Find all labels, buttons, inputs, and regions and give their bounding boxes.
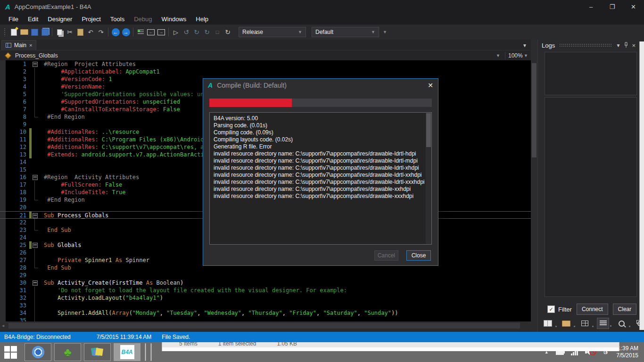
compile-log-scrollbar[interactable] xyxy=(426,113,431,244)
previous-module-icon[interactable]: ← xyxy=(146,27,156,37)
connect-button[interactable]: Connect xyxy=(577,304,608,315)
fold-gutter xyxy=(32,136,39,143)
code-text: Sub Globals xyxy=(39,241,81,249)
explorer-window-edge xyxy=(162,347,619,351)
maximize-button[interactable]: ❐ xyxy=(602,0,623,13)
taskbar-app-designer[interactable] xyxy=(84,343,111,361)
pin-icon[interactable] xyxy=(624,42,628,49)
fold-gutter xyxy=(32,226,39,234)
resume-icon[interactable]: ↻ xyxy=(202,27,212,37)
fold-toggle-icon[interactable] xyxy=(33,62,38,67)
clear-button[interactable]: Clear xyxy=(613,304,637,315)
filter-checkbox[interactable]: ✓ xyxy=(547,305,555,313)
modules-icon[interactable] xyxy=(578,318,591,329)
navigate-forward-icon[interactable]: → xyxy=(121,27,131,37)
windows-logo-icon xyxy=(4,346,17,359)
menu-help[interactable]: Help xyxy=(191,16,213,23)
libraries-icon[interactable] xyxy=(542,318,554,329)
token-id: , xyxy=(160,310,166,316)
panel-close-icon[interactable]: × xyxy=(632,42,636,49)
compile-progress-fill xyxy=(209,99,292,107)
close-button[interactable]: ✕ xyxy=(623,0,644,13)
search-icon[interactable] xyxy=(634,318,639,329)
horizontal-scroll-thumb[interactable] xyxy=(8,323,520,329)
vertical-scroll-thumb[interactable] xyxy=(532,63,537,157)
menu-file[interactable]: File xyxy=(4,16,23,23)
horizontal-scrollbar[interactable]: ◂ xyxy=(0,321,531,330)
tab-list-chevron-icon[interactable]: ▼ xyxy=(522,43,531,50)
taskbar-app-b4a[interactable]: B4A xyxy=(114,343,140,361)
logs-icon[interactable] xyxy=(597,318,609,329)
line-number: 7 xyxy=(0,106,29,113)
files-icon[interactable] xyxy=(560,318,572,329)
tab-main[interactable]: Main × xyxy=(1,40,36,50)
next-module-icon[interactable]: → xyxy=(156,27,166,37)
token-region: #End Region xyxy=(47,197,84,203)
menu-edit[interactable]: Edit xyxy=(23,16,43,23)
fold-gutter xyxy=(32,219,39,226)
minimize-button[interactable]: – xyxy=(580,0,602,13)
token-kw: End Sub xyxy=(47,227,71,233)
logs-output-area[interactable] xyxy=(545,97,637,297)
compile-log[interactable]: B4A version: 5.00Parsing code. (0.01s)Co… xyxy=(209,112,432,245)
taskbar-app-clover-icon: ♣ xyxy=(64,346,72,359)
code-text xyxy=(39,272,44,279)
fold-gutter xyxy=(32,256,39,264)
cancel-button[interactable]: Cancel xyxy=(374,250,398,261)
editor-zoom-dropdown[interactable]: 100% ▼ xyxy=(505,51,531,60)
build-configuration-value: Default xyxy=(315,29,333,35)
logs-panel: Logs ▼ × ✓ Filter Connect Clear List xyxy=(537,40,639,332)
taskbar-app-chromium[interactable] xyxy=(25,343,51,361)
vertical-scrollbar[interactable] xyxy=(531,40,537,332)
toolbar-overflow-icon[interactable]: ▼ xyxy=(383,30,387,34)
compile-run-icon[interactable]: ↻ xyxy=(191,27,202,37)
dialog-close-icon[interactable]: ✕ xyxy=(428,82,433,89)
undo-icon[interactable]: ↶ xyxy=(85,27,96,37)
dialog-close-button[interactable]: Close xyxy=(406,250,431,261)
token-kw: Sub xyxy=(44,242,54,248)
menu-windows[interactable]: Windows xyxy=(157,16,191,23)
code-text: #AdditionalRes: C:\Program Files (x86)\A… xyxy=(39,136,217,143)
panel-tool-icons xyxy=(542,318,639,329)
build-list-icon[interactable] xyxy=(135,27,146,37)
stop-icon[interactable]: □ xyxy=(212,27,223,37)
fold-toggle-icon[interactable] xyxy=(33,213,38,218)
open-project-icon[interactable] xyxy=(19,27,29,37)
sub-dropdown-chevron-icon[interactable]: ▼ xyxy=(491,53,505,58)
redo-icon-glyph: ↷ xyxy=(99,29,104,36)
menu-project[interactable]: Project xyxy=(77,16,105,23)
run-icon[interactable]: ▷ xyxy=(171,27,181,37)
release-dropdown[interactable]: Release ▼ xyxy=(239,27,306,37)
fold-gutter xyxy=(32,158,39,166)
fold-toggle-icon[interactable] xyxy=(33,280,38,286)
menu-tools[interactable]: Tools xyxy=(106,16,129,23)
save-icon[interactable] xyxy=(29,27,40,37)
cut-icon[interactable]: ✂ xyxy=(65,27,75,37)
menu-debug[interactable]: Debug xyxy=(129,16,157,23)
code-line-34: 34 Spinner1.AddAll(Array("Monday", "Tues… xyxy=(0,309,531,317)
line-number: 6 xyxy=(0,98,29,106)
menu-designer[interactable]: Designer xyxy=(43,16,77,23)
find-sub-icon[interactable] xyxy=(615,318,627,329)
start-button[interactable] xyxy=(0,342,21,362)
tab-close-icon[interactable]: × xyxy=(29,42,32,48)
compile-log-scroll-thumb[interactable] xyxy=(426,113,431,147)
paste-icon[interactable] xyxy=(75,27,85,37)
current-sub-name[interactable]: Process_Globals xyxy=(15,52,58,59)
connect-device-icon[interactable]: ↺ xyxy=(181,27,191,37)
fold-toggle-icon[interactable] xyxy=(33,175,38,180)
restart-icon[interactable]: ↻ xyxy=(223,27,233,37)
build-configuration-dropdown[interactable]: Default ▼ xyxy=(312,27,379,37)
panel-menu-chevron-icon[interactable]: ▼ xyxy=(616,43,621,48)
copy-icon[interactable] xyxy=(54,27,65,37)
navigate-back-icon[interactable]: ← xyxy=(110,27,121,37)
taskbar-app-clover[interactable]: ♣ xyxy=(54,343,81,361)
scroll-left-arrow-icon[interactable]: ◂ xyxy=(2,323,4,328)
logs-output-area-top[interactable] xyxy=(545,52,637,95)
new-file-icon[interactable] xyxy=(8,27,19,37)
fold-toggle-icon[interactable] xyxy=(33,243,38,248)
save-icon-glyph xyxy=(31,29,38,36)
redo-icon[interactable]: ↷ xyxy=(96,27,106,37)
fold-gutter xyxy=(32,294,39,302)
save-all-icon[interactable] xyxy=(40,27,50,37)
